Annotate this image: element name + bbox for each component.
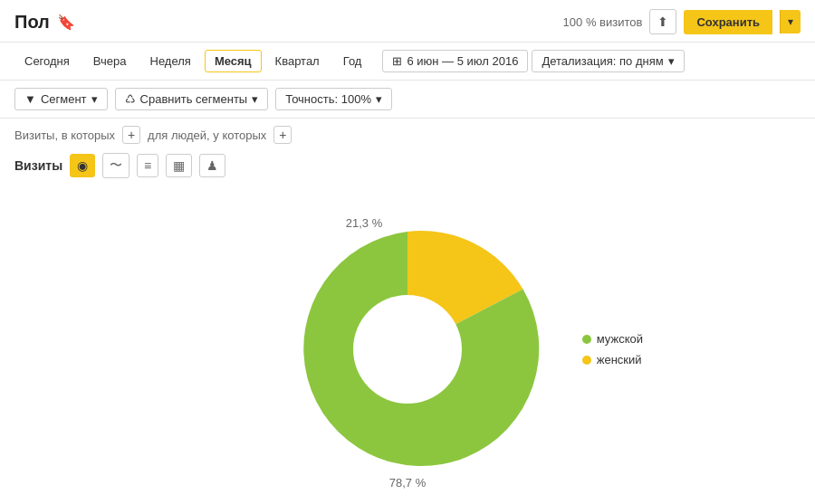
chart-type-bar-button[interactable]: ▦ bbox=[166, 154, 192, 177]
legend-item-male: мужской bbox=[582, 332, 643, 346]
visits-middle: для людей, у которых bbox=[148, 128, 266, 142]
visits-prefix: Визиты, в которых bbox=[14, 128, 115, 142]
title-area: Пол 🔖 bbox=[14, 12, 75, 33]
tab-quarter[interactable]: Квартал bbox=[265, 50, 330, 72]
visits-percent: 100 % визитов bbox=[563, 15, 643, 29]
chart-wrapper: 21,3 % 78,7 % мужской bbox=[136, 191, 679, 504]
pct-label-male: 78,7 % bbox=[389, 476, 426, 490]
chart-type-table-button[interactable]: ♟ bbox=[199, 154, 225, 177]
tab-year[interactable]: Год bbox=[333, 50, 372, 72]
accuracy-label: Точность: 100% bbox=[285, 92, 371, 106]
chart-type-line-button[interactable]: 〜 bbox=[102, 153, 129, 178]
save-dropdown-button[interactable]: ▾ bbox=[780, 10, 801, 33]
legend-dot-male bbox=[582, 335, 591, 344]
compare-label: Сравнить сегменты bbox=[140, 92, 248, 106]
compare-chevron-icon: ▾ bbox=[252, 92, 258, 106]
visits-filter-bar: Визиты, в которых + для людей, у которых… bbox=[0, 119, 815, 147]
detail-button[interactable]: Детализация: по дням ▾ bbox=[532, 50, 684, 72]
legend-label-female: женский bbox=[597, 353, 642, 366]
accuracy-button[interactable]: Точность: 100% ▾ bbox=[275, 88, 392, 110]
chart-type-pie-button[interactable]: ◉ bbox=[70, 154, 95, 177]
chart-legend: мужской женский bbox=[582, 332, 643, 366]
segment-chevron-icon: ▾ bbox=[91, 92, 98, 106]
add-visit-condition-button[interactable]: + bbox=[122, 126, 140, 144]
legend-item-female: женский bbox=[582, 353, 643, 366]
export-button[interactable]: ⬆ bbox=[649, 9, 676, 34]
chart-type-area-button[interactable]: ≡ bbox=[137, 154, 158, 177]
tab-month[interactable]: Месяц bbox=[205, 50, 262, 72]
tab-yesterday[interactable]: Вчера bbox=[83, 50, 137, 72]
add-people-condition-button[interactable]: + bbox=[273, 126, 292, 144]
compare-button[interactable]: ♺ Сравнить сегменты ▾ bbox=[115, 88, 269, 110]
top-bar: Пол 🔖 100 % визитов ⬆ Сохранить ▾ bbox=[0, 0, 815, 43]
segment-button[interactable]: ▼ Сегмент ▾ bbox=[14, 88, 108, 110]
filter-icon: ▼ bbox=[24, 92, 36, 106]
top-right: 100 % визитов ⬆ Сохранить ▾ bbox=[563, 9, 801, 34]
date-icon: ⊞ bbox=[392, 54, 402, 68]
tab-today[interactable]: Сегодня bbox=[14, 50, 80, 72]
save-button[interactable]: Сохранить bbox=[684, 10, 772, 34]
legend-label-male: мужской bbox=[597, 332, 643, 346]
legend-dot-female bbox=[582, 356, 591, 365]
pct-label-female: 21,3 % bbox=[346, 216, 382, 230]
segment-label: Сегмент bbox=[41, 92, 87, 106]
chart-toolbar: Визиты ◉ 〜 ≡ ▦ ♟ bbox=[0, 147, 815, 182]
filter-bar: ▼ Сегмент ▾ ♺ Сравнить сегменты ▾ Точнос… bbox=[0, 81, 815, 119]
date-range-label: 6 июн — 5 июл 2016 bbox=[407, 54, 518, 68]
main-content: 21,3 % 78,7 % мужской bbox=[0, 182, 815, 504]
page-title: Пол bbox=[14, 12, 50, 33]
detail-label: Детализация: по дням bbox=[542, 54, 663, 68]
date-range-button[interactable]: ⊞ 6 июн — 5 июл 2016 bbox=[382, 50, 528, 72]
date-toolbar: Сегодня Вчера Неделя Месяц Квартал Год ⊞… bbox=[0, 43, 815, 81]
tab-week[interactable]: Неделя bbox=[140, 50, 201, 72]
donut-chart bbox=[263, 204, 552, 494]
compare-prefix-icon: ♺ bbox=[125, 92, 136, 106]
donut-hole bbox=[353, 295, 462, 404]
bookmark-icon[interactable]: 🔖 bbox=[57, 14, 75, 31]
chart-label: Визиты bbox=[14, 158, 62, 173]
detail-chevron-icon: ▾ bbox=[668, 54, 675, 68]
accuracy-chevron-icon: ▾ bbox=[376, 92, 382, 106]
